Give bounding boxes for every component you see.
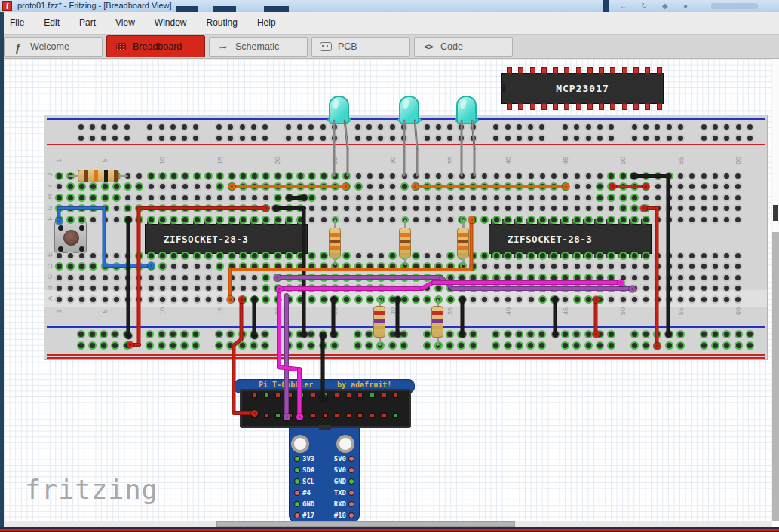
resistor-mid-3[interactable] [457,228,469,258]
horizontal-scrollbar[interactable] [4,521,772,527]
wire-magenta-main[interactable] [431,280,623,285]
menu-item-routing[interactable]: Routing [197,12,247,34]
breadboard-hole [79,286,84,291]
breadboard-hole [366,343,372,348]
wire-red-cobbler[interactable] [232,344,236,415]
breadboard-hole [308,124,314,130]
menu-item-window[interactable]: Window [145,12,197,34]
wire-black-a2-ring [330,331,337,338]
menu-item-part[interactable]: Part [69,12,106,34]
tab-breadboard[interactable]: Breadboard [106,35,205,57]
rail-line [47,148,765,149]
wire-magenta-vert[interactable] [297,367,302,419]
led-1[interactable] [329,96,349,124]
breadboard-hole [643,297,649,302]
wire-red-right-ring [654,343,661,350]
breadboard-hole [563,217,568,222]
breadboard-hole [425,136,430,141]
vertical-scrollbar[interactable] [772,59,779,521]
wire-black-a1[interactable] [253,298,256,338]
breadboard-hole [494,173,499,179]
zif-socket-right[interactable]: ZIFSOCKET-28-3 [489,224,652,254]
led1-leg-left[interactable] [333,120,336,177]
wire-red-a1[interactable] [594,298,598,336]
breadboard-hole [68,195,73,200]
title-bar[interactable]: f proto01.fzz* - Fritzing - [Breadboard … [0,0,779,12]
wire-red-right[interactable] [655,206,659,348]
breadboard-hole [149,253,154,258]
wire-magenta-main[interactable] [277,286,425,291]
tab-schematic[interactable]: ∼Schematic [209,37,308,57]
view-tab-bar: ƒWelcomeBreadboard∼SchematicPCB<>Code [0,35,779,59]
breadboard-hole [425,297,430,302]
breadboard-hole [747,343,753,348]
wire-blue-button[interactable] [103,206,106,268]
tcobbler-pin [275,413,281,418]
wire-red-cobbler[interactable] [240,298,244,341]
background-browser-icon: ↻ [641,2,647,10]
wire-orange-big[interactable] [470,218,474,271]
resistor-mid-1[interactable] [329,228,341,258]
tcobbler-pin-label: #18 [330,512,346,519]
breadboard-hole [632,136,637,141]
breadboard-hole [563,275,568,280]
menu-item-view[interactable]: View [106,12,145,34]
breadboard-hole [159,332,164,337]
menu-item-file[interactable]: File [0,12,34,34]
breadboard-hole [160,286,165,291]
resistor-top-left[interactable] [78,170,119,182]
zif-socket-left[interactable]: ZIFSOCKET-28-3 [145,224,308,254]
wire-red-left[interactable] [137,206,141,347]
wire-orange-i-right[interactable] [413,185,568,188]
breadboard-hole [332,343,337,348]
ic-mcp23017[interactable]: MCP23017 [501,73,664,104]
breadboard-canvas[interactable]: fritzing 1155101015152020252530303535404… [4,59,772,521]
led-2[interactable] [399,96,419,124]
led2-leg-left[interactable] [403,120,406,177]
breadboard-hole [597,136,603,141]
menu-item-edit[interactable]: Edit [34,12,69,34]
ic-pin [518,103,523,110]
ic-pin [576,103,581,110]
wire-orange-big[interactable] [228,268,474,271]
wire-orange-i-left[interactable] [230,185,348,188]
breadboard-hole [517,343,522,348]
wire-purple-main[interactable] [274,275,443,280]
wire-purple-main[interactable] [450,286,634,291]
horizontal-scrollbar-thumb[interactable] [216,521,515,527]
ic-pin [507,103,512,110]
resistor-low-2[interactable] [431,306,443,338]
vertical-scrollbar-thumb[interactable] [773,205,778,221]
wire-orange-i-right-ring [563,183,569,190]
wire-red-left[interactable] [137,206,268,210]
led-3[interactable] [456,96,477,124]
resistor-mid-2[interactable] [399,228,411,258]
wire-black-cobbler[interactable] [321,334,325,399]
wire-black-a5[interactable] [554,298,557,336]
wire-black-left[interactable] [127,218,130,338]
tab-pcb[interactable]: PCB [311,37,410,57]
breadboard-hole [425,332,430,337]
wire-black-a4[interactable] [461,298,465,336]
led3-leg-left[interactable] [461,120,463,177]
breadboard-hole [517,332,522,337]
menu-item-help[interactable]: Help [247,12,286,34]
breadboard-hole [195,195,200,200]
led2-leg-right[interactable] [416,148,419,177]
led1-leg-right[interactable] [347,148,349,177]
tab-code[interactable]: <>Code [414,37,513,57]
led3-leg-right[interactable] [474,148,476,177]
resistor-low-1[interactable] [373,306,385,338]
breadboard-hole [103,286,108,291]
wire-black-a3[interactable] [396,298,400,336]
tab-welcome[interactable]: ƒWelcome [4,37,103,57]
wire-purple-vert[interactable] [284,293,289,419]
ic-pin [599,103,604,110]
wire-blue-button[interactable] [57,206,106,210]
wire-magenta-vert[interactable] [277,286,281,369]
breadboard-hole [287,217,292,222]
wire-black-a2[interactable] [332,298,336,336]
pushbutton-cap[interactable] [63,230,79,246]
wire-black-right[interactable] [632,174,670,178]
wire-black-right[interactable] [667,174,670,336]
